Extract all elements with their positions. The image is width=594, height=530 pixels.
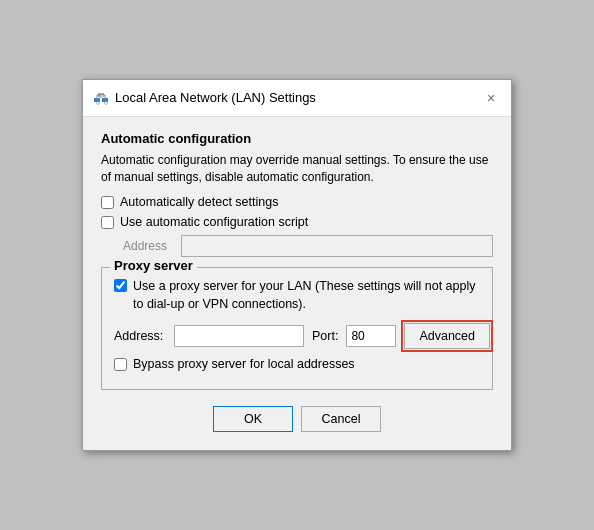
auto-address-input[interactable] bbox=[181, 235, 493, 257]
proxy-server-section: Proxy server Use a proxy server for your… bbox=[101, 267, 493, 390]
svg-point-7 bbox=[97, 101, 100, 104]
auto-config-title: Automatic configuration bbox=[101, 131, 493, 146]
automatic-config-section: Automatic configuration Automatic config… bbox=[101, 131, 493, 258]
dialog-title: Local Area Network (LAN) Settings bbox=[115, 90, 316, 105]
auto-address-label: Address bbox=[123, 239, 175, 253]
cancel-button[interactable]: Cancel bbox=[301, 406, 381, 432]
svg-point-9 bbox=[101, 94, 104, 97]
auto-detect-label[interactable]: Automatically detect settings bbox=[120, 195, 278, 209]
footer-buttons: OK Cancel bbox=[101, 406, 493, 436]
auto-detect-row: Automatically detect settings bbox=[101, 195, 493, 209]
title-bar-left: Local Area Network (LAN) Settings bbox=[93, 90, 316, 106]
bypass-row: Bypass proxy server for local addresses bbox=[114, 357, 480, 371]
lan-settings-dialog: Local Area Network (LAN) Settings × Auto… bbox=[82, 79, 512, 452]
auto-address-row: Address bbox=[123, 235, 493, 257]
use-proxy-checkbox[interactable] bbox=[114, 279, 127, 292]
use-proxy-row: Use a proxy server for your LAN (These s… bbox=[114, 278, 480, 313]
bypass-label[interactable]: Bypass proxy server for local addresses bbox=[133, 357, 355, 371]
network-icon bbox=[93, 90, 109, 106]
port-label: Port: bbox=[312, 329, 338, 343]
use-proxy-label[interactable]: Use a proxy server for your LAN (These s… bbox=[133, 278, 480, 313]
port-input[interactable] bbox=[346, 325, 396, 347]
svg-point-8 bbox=[105, 101, 108, 104]
ok-button[interactable]: OK bbox=[213, 406, 293, 432]
use-script-checkbox[interactable] bbox=[101, 216, 114, 229]
auto-detect-checkbox[interactable] bbox=[101, 196, 114, 209]
bypass-checkbox[interactable] bbox=[114, 358, 127, 371]
use-script-row: Use automatic configuration script bbox=[101, 215, 493, 229]
proxy-server-legend: Proxy server bbox=[110, 258, 197, 273]
close-button[interactable]: × bbox=[481, 88, 501, 108]
proxy-address-label: Address: bbox=[114, 329, 166, 343]
dialog-body: Automatic configuration Automatic config… bbox=[83, 117, 511, 451]
title-bar: Local Area Network (LAN) Settings × bbox=[83, 80, 511, 117]
proxy-address-input[interactable] bbox=[174, 325, 304, 347]
advanced-button[interactable]: Advanced bbox=[404, 323, 490, 349]
use-script-label[interactable]: Use automatic configuration script bbox=[120, 215, 308, 229]
auto-config-description: Automatic configuration may override man… bbox=[101, 152, 493, 186]
proxy-address-row: Address: Port: Advanced bbox=[114, 323, 480, 349]
